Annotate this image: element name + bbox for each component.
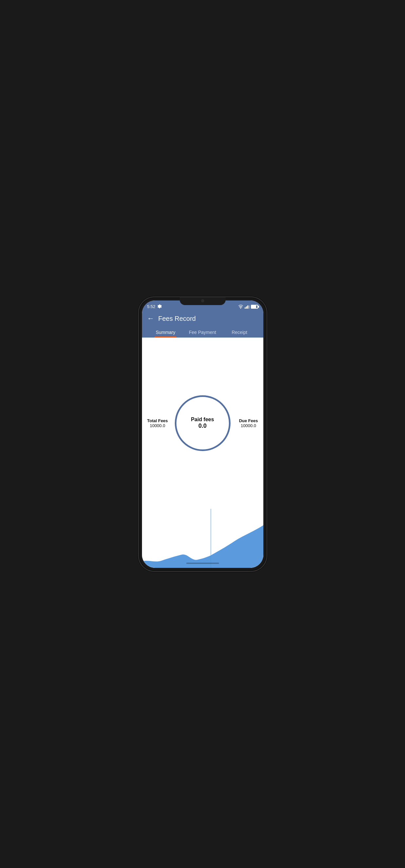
battery-icon — [251, 305, 258, 309]
tab-summary[interactable]: Summary — [147, 327, 184, 338]
phone-screen: 5:52 — [142, 301, 263, 568]
tab-receipt[interactable]: Receipt — [221, 327, 258, 338]
status-time: 5:52 — [147, 304, 155, 309]
tabs-row: Summary Fee Payment Receipt — [147, 327, 258, 338]
home-indicator — [186, 563, 219, 564]
wave-chart — [142, 509, 263, 568]
paid-fees-value: 0.0 — [198, 423, 207, 429]
camera — [201, 299, 204, 303]
status-left: 5:52 — [147, 304, 162, 309]
due-fees-value: 10000.0 — [239, 423, 258, 428]
back-button[interactable]: ← — [147, 315, 154, 322]
main-content: Total Fees 10000.0 Paid fees 0.0 Due Fee… — [142, 338, 263, 568]
total-fees-label: Total Fees 10000.0 — [147, 418, 168, 428]
tab-fee-payment[interactable]: Fee Payment — [184, 327, 221, 338]
wifi-icon — [238, 305, 243, 309]
paid-fees-label: Paid fees — [191, 416, 214, 423]
due-fees-title: Due Fees — [239, 418, 258, 423]
phone-frame: 5:52 — [139, 297, 267, 571]
app-header: ← Fees Record Summary Fee Payment Receip… — [142, 311, 263, 338]
due-fees-label: Due Fees 10000.0 — [239, 418, 258, 428]
total-fees-title: Total Fees — [147, 418, 168, 423]
total-fees-value: 10000.0 — [147, 423, 168, 428]
gear-icon — [157, 304, 162, 309]
page-title: Fees Record — [158, 315, 196, 322]
status-right — [238, 305, 258, 309]
chart-svg — [142, 509, 263, 568]
paid-fees-circle: Paid fees 0.0 — [175, 395, 230, 451]
fees-summary-section: Total Fees 10000.0 Paid fees 0.0 Due Fee… — [142, 338, 263, 509]
signal-icon — [245, 305, 250, 309]
